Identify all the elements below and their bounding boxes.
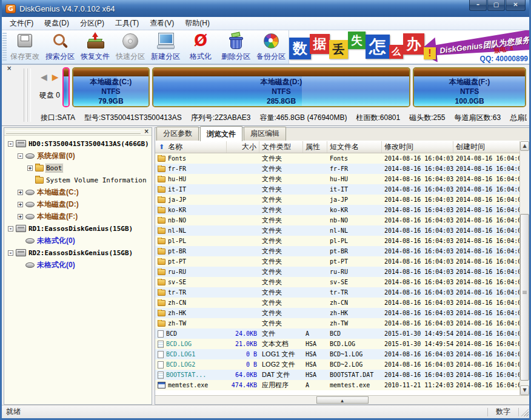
- expander-icon[interactable]: +: [18, 214, 23, 219]
- expander-icon[interactable]: +: [18, 202, 23, 207]
- table-row[interactable]: zh-CN文件夹zh-CN2014-08-16 16:04:032014-08-…: [155, 298, 519, 308]
- menu-item[interactable]: 帮助(H): [179, 17, 215, 30]
- scroll-track[interactable]: [520, 151, 529, 385]
- toolbar-button-trash[interactable]: 删除分区: [218, 30, 253, 64]
- partition-block[interactable]: 本地磁盘(C:)NTFS79.9GB: [72, 67, 150, 107]
- tab-分区参数[interactable]: 分区参数: [156, 127, 199, 141]
- vertical-scrollbar[interactable]: ▲ ▼: [519, 141, 529, 395]
- menu-item[interactable]: 硬盘(D): [39, 17, 75, 30]
- table-row[interactable]: sv-SE文件夹sv-SE2014-08-16 16:04:032014-08-…: [155, 277, 519, 287]
- scroll-up-icon[interactable]: ▲: [520, 141, 529, 151]
- scroll-thumb[interactable]: [520, 214, 529, 381]
- table-row[interactable]: zh-TW文件夹zh-TW2014-08-16 16:04:032014-08-…: [155, 318, 519, 328]
- file-type: 文件夹: [259, 308, 303, 318]
- ad-tile: 丢: [329, 40, 348, 59]
- partition-block[interactable]: 本地磁盘(F:)NTFS100.0GB: [413, 67, 526, 107]
- tree-item[interactable]: -RD2:EassosDiskGenius(15GB): [4, 247, 152, 259]
- tree-item[interactable]: -系统保留(0): [4, 150, 152, 162]
- table-row[interactable]: ja-JP文件夹ja-JP2014-08-16 16:04:032014-08-…: [155, 195, 519, 205]
- tree-item[interactable]: +本地磁盘(F:): [4, 210, 152, 222]
- column-header[interactable]: 创建时间: [453, 141, 519, 153]
- file-short-name: Fonts: [327, 153, 382, 164]
- scroll-down-icon[interactable]: ▼: [520, 385, 529, 395]
- title-bar[interactable]: G DiskGenius V4.7.0.102 x64 – ▢ ✕: [2, 0, 529, 17]
- table-row[interactable]: pt-PT文件夹pt-PT2014-08-16 16:04:032014-08-…: [155, 256, 519, 267]
- table-row[interactable]: BCD.LOG21.0KB文本文档HSABCD.LOG2015-01-30 14…: [155, 339, 519, 349]
- panel-close-icon[interactable]: ×: [7, 65, 12, 72]
- expander-icon[interactable]: -: [8, 141, 13, 147]
- column-header[interactable]: 修改时间: [382, 141, 453, 153]
- tree-close-icon[interactable]: ×: [144, 128, 149, 135]
- table-row[interactable]: nl-NL文件夹nl-NL2014-08-16 16:04:032014-08-…: [155, 225, 519, 236]
- folder-icon: [158, 187, 165, 193]
- horizontal-scrollbar[interactable]: ▲: [155, 395, 529, 404]
- table-row[interactable]: memtest.exe474.4KB应用程序Amemtest.exe2010-1…: [155, 380, 519, 390]
- toolbar-button-laptop[interactable]: 新建分区: [148, 30, 183, 64]
- tree-item[interactable]: +本地磁盘(D:): [4, 198, 152, 210]
- file-modified-time: 2014-08-16 16:04:03: [382, 359, 453, 370]
- expander-icon[interactable]: -: [8, 226, 13, 232]
- column-header[interactable]: 属性: [303, 141, 327, 153]
- tree-item-label: RD1:EassosDiskGenius(15GB): [28, 225, 133, 233]
- tree-item[interactable]: System Volume Information: [4, 174, 152, 186]
- resize-grip-icon[interactable]: [520, 408, 529, 416]
- menu-item[interactable]: 分区(P): [75, 17, 110, 30]
- partition-block[interactable]: 本地磁盘(D:)NTFS285.8GB: [152, 67, 410, 107]
- close-button[interactable]: ✕: [506, 0, 526, 11]
- menu-item[interactable]: 工具(T): [110, 17, 144, 30]
- minimize-button[interactable]: –: [469, 0, 487, 11]
- tab-浏览文件[interactable]: 浏览文件: [200, 126, 242, 141]
- file-type: 文件夹: [259, 246, 303, 256]
- table-row[interactable]: pl-PL文件夹pl-PL2014-08-16 16:04:032014-08-…: [155, 236, 519, 246]
- partition-block[interactable]: [62, 67, 70, 107]
- table-row[interactable]: BCD.LOG10 BLOG1 文件HSABCD~1.LOG2014-08-16…: [155, 349, 519, 359]
- maximize-button[interactable]: ▢: [487, 0, 505, 11]
- table-row[interactable]: ko-KR文件夹ko-KR2014-08-16 16:04:032014-08-…: [155, 205, 519, 215]
- table-row[interactable]: nb-NO文件夹nb-NO2014-08-16 16:04:032014-08-…: [155, 215, 519, 225]
- menu-item[interactable]: 文件(F): [4, 17, 39, 30]
- column-header[interactable]: ⬆名称: [155, 141, 227, 153]
- table-row[interactable]: hu-HU文件夹hu-HU2014-08-16 16:04:032014-08-…: [155, 174, 519, 184]
- tree-item[interactable]: -RD1:EassosDiskGenius(15GB): [4, 222, 152, 235]
- expander-icon[interactable]: +: [18, 190, 23, 195]
- tree-item[interactable]: 未格式化(0): [4, 259, 152, 271]
- tree-item[interactable]: -HD0:ST350041ST3500413AS(466GB): [4, 138, 152, 150]
- table-row[interactable]: zh-HK文件夹zh-HK2014-08-16 16:04:032014-08-…: [155, 308, 519, 318]
- table-row[interactable]: pt-BR文件夹pt-BR2014-08-16 16:04:032014-08-…: [155, 246, 519, 256]
- partition-icon: [25, 153, 35, 159]
- table-row[interactable]: it-IT文件夹it-IT2014-08-16 16:04:032014-08-…: [155, 184, 519, 195]
- table-row[interactable]: BCD24.0KB文件ABCD2015-01-30 14:49:542014-0…: [155, 328, 519, 339]
- toolbar-button-pie[interactable]: 备份分区: [253, 30, 289, 64]
- expander-icon[interactable]: -: [8, 250, 13, 256]
- toolbar-button-floppy[interactable]: 保存更改: [7, 30, 42, 64]
- ad-banner[interactable]: DiskGenius团队为您服务 致电: 4 QQ: 40000899 数据丢失…: [289, 30, 529, 64]
- tree-item[interactable]: +本地磁盘(C:): [4, 186, 152, 198]
- tab-扇区编辑[interactable]: 扇区编辑: [244, 127, 286, 141]
- toolbar-button-search[interactable]: 搜索分区: [42, 30, 78, 64]
- toolbar-button-format[interactable]: Ø格式化: [183, 30, 218, 64]
- table-row[interactable]: Fonts文件夹Fonts2014-08-16 16:04:032014-08-…: [155, 153, 519, 164]
- toolbar-button-disc[interactable]: 快速分区: [113, 30, 148, 64]
- table-row[interactable]: tr-TR文件夹tr-TR2014-08-16 16:04:032014-08-…: [155, 287, 519, 298]
- table-row[interactable]: fr-FR文件夹fr-FR2014-08-16 16:04:032014-08-…: [155, 164, 519, 174]
- expander-icon[interactable]: +: [27, 165, 33, 171]
- tree-item[interactable]: 未格式化(0): [4, 235, 152, 247]
- table-row[interactable]: ru-RU文件夹ru-RU2014-08-16 16:04:032014-08-…: [155, 267, 519, 277]
- table-row[interactable]: BCD.LOG20 BLOG2 文件HSABCD~2.LOG2014-08-16…: [155, 359, 519, 370]
- app-window: G DiskGenius V4.7.0.102 x64 – ▢ ✕ 文件(F)硬…: [0, 0, 531, 420]
- toolbar-button-recover[interactable]: 恢复文件: [78, 30, 113, 64]
- expander-icon[interactable]: -: [18, 153, 23, 159]
- up-level-icon[interactable]: ⬆: [159, 143, 164, 150]
- column-header[interactable]: 文件类型: [259, 141, 303, 153]
- menu-item[interactable]: 查看(V): [144, 17, 179, 30]
- ad-tile: 怎: [366, 35, 390, 59]
- file-name: pt-PT: [168, 258, 186, 265]
- file-created-time: 2014-08-16 16:04:03: [453, 195, 519, 205]
- hscroll-thumb[interactable]: ▲: [316, 396, 369, 404]
- prev-disk-arrow-icon[interactable]: ◀: [41, 72, 47, 82]
- column-header[interactable]: 短文件名: [327, 141, 382, 153]
- table-row[interactable]: BOOTSTAT...64.0KBDAT 文件HSABOOTSTAT.DAT20…: [155, 370, 519, 380]
- column-header[interactable]: 大小: [227, 141, 259, 153]
- next-disk-arrow-icon[interactable]: ▶: [52, 72, 59, 82]
- tree-item[interactable]: +Boot: [4, 162, 152, 174]
